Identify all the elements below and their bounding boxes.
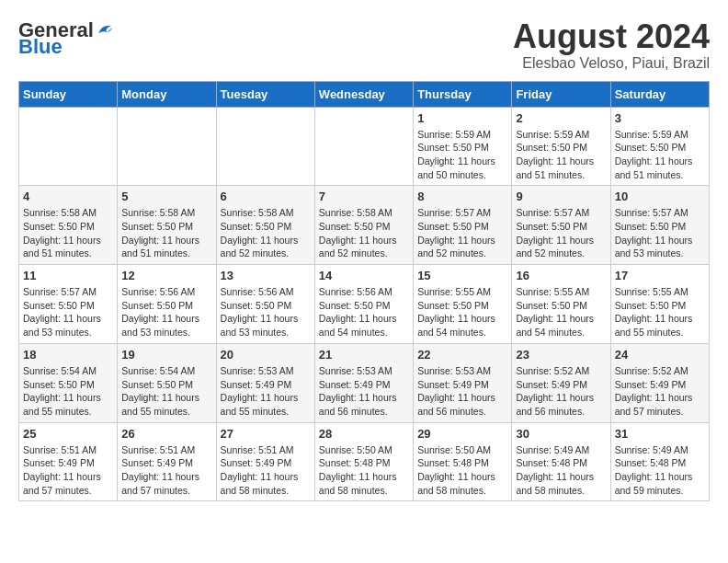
- day-info: Sunrise: 5:58 AMSunset: 5:50 PMDaylight:…: [221, 206, 311, 260]
- day-info: Sunrise: 5:55 AMSunset: 5:50 PMDaylight:…: [417, 285, 507, 339]
- day-number: 7: [319, 190, 409, 203]
- calendar-cell: [314, 107, 413, 186]
- day-number: 18: [23, 348, 113, 362]
- calendar-cell: 2Sunrise: 5:59 AMSunset: 5:50 PMDaylight…: [512, 107, 610, 186]
- calendar-week-row: 1Sunrise: 5:59 AMSunset: 5:50 PMDaylight…: [19, 107, 710, 186]
- calendar-cell: 30Sunrise: 5:49 AMSunset: 5:48 PMDayligh…: [512, 422, 610, 501]
- calendar-cell: 27Sunrise: 5:51 AMSunset: 5:49 PMDayligh…: [216, 422, 314, 501]
- day-info: Sunrise: 5:50 AMSunset: 5:48 PMDaylight:…: [417, 443, 507, 498]
- day-info: Sunrise: 5:58 AMSunset: 5:50 PMDaylight:…: [121, 206, 211, 260]
- title-block: August 2024 Elesbao Veloso, Piaui, Brazi…: [513, 18, 710, 72]
- day-number: 8: [417, 190, 507, 203]
- day-info: Sunrise: 5:51 AMSunset: 5:49 PMDaylight:…: [23, 443, 113, 498]
- calendar-cell: 1Sunrise: 5:59 AMSunset: 5:50 PMDaylight…: [414, 107, 512, 186]
- day-number: 2: [516, 111, 606, 125]
- logo-blue-text: Blue: [18, 35, 63, 59]
- day-number: 11: [23, 269, 113, 282]
- day-number: 1: [417, 111, 507, 125]
- calendar-header-wednesday: Wednesday: [314, 81, 413, 107]
- calendar-cell: 15Sunrise: 5:55 AMSunset: 5:50 PMDayligh…: [414, 265, 512, 344]
- day-info: Sunrise: 5:51 AMSunset: 5:49 PMDaylight:…: [121, 443, 211, 498]
- main-title: August 2024: [513, 18, 710, 55]
- day-info: Sunrise: 5:56 AMSunset: 5:50 PMDaylight:…: [319, 285, 409, 339]
- calendar-cell: 31Sunrise: 5:49 AMSunset: 5:48 PMDayligh…: [610, 422, 709, 501]
- day-info: Sunrise: 5:53 AMSunset: 5:49 PMDaylight:…: [221, 364, 311, 419]
- day-number: 29: [417, 427, 507, 441]
- day-number: 6: [221, 190, 311, 203]
- day-info: Sunrise: 5:51 AMSunset: 5:49 PMDaylight:…: [221, 443, 311, 498]
- calendar-cell: 4Sunrise: 5:58 AMSunset: 5:50 PMDaylight…: [19, 186, 118, 265]
- calendar-header-monday: Monday: [118, 81, 216, 107]
- calendar-header-friday: Friday: [512, 81, 610, 107]
- day-info: Sunrise: 5:55 AMSunset: 5:50 PMDaylight:…: [516, 285, 606, 339]
- day-number: 23: [516, 348, 606, 362]
- subtitle: Elesbao Veloso, Piaui, Brazil: [513, 55, 710, 72]
- calendar-cell: 22Sunrise: 5:53 AMSunset: 5:49 PMDayligh…: [414, 343, 512, 422]
- calendar-cell: [216, 107, 314, 186]
- day-number: 4: [23, 190, 113, 203]
- calendar-cell: 5Sunrise: 5:58 AMSunset: 5:50 PMDaylight…: [118, 186, 216, 265]
- calendar-cell: 19Sunrise: 5:54 AMSunset: 5:50 PMDayligh…: [118, 343, 216, 422]
- logo-bird-icon: [96, 21, 114, 40]
- calendar-cell: 14Sunrise: 5:56 AMSunset: 5:50 PMDayligh…: [314, 265, 413, 344]
- calendar-week-row: 18Sunrise: 5:54 AMSunset: 5:50 PMDayligh…: [19, 343, 710, 422]
- calendar-cell: 12Sunrise: 5:56 AMSunset: 5:50 PMDayligh…: [118, 265, 216, 344]
- calendar-cell: 16Sunrise: 5:55 AMSunset: 5:50 PMDayligh…: [512, 265, 610, 344]
- day-info: Sunrise: 5:58 AMSunset: 5:50 PMDaylight:…: [23, 206, 113, 260]
- calendar-cell: 29Sunrise: 5:50 AMSunset: 5:48 PMDayligh…: [414, 422, 512, 501]
- calendar-cell: 23Sunrise: 5:52 AMSunset: 5:49 PMDayligh…: [512, 343, 610, 422]
- calendar-cell: 9Sunrise: 5:57 AMSunset: 5:50 PMDaylight…: [512, 186, 610, 265]
- day-info: Sunrise: 5:59 AMSunset: 5:50 PMDaylight:…: [417, 128, 507, 182]
- day-info: Sunrise: 5:59 AMSunset: 5:50 PMDaylight:…: [615, 128, 705, 182]
- day-info: Sunrise: 5:56 AMSunset: 5:50 PMDaylight:…: [221, 285, 311, 339]
- calendar-cell: 3Sunrise: 5:59 AMSunset: 5:50 PMDaylight…: [610, 107, 709, 186]
- day-info: Sunrise: 5:49 AMSunset: 5:48 PMDaylight:…: [615, 443, 705, 498]
- day-number: 28: [319, 427, 409, 441]
- day-info: Sunrise: 5:50 AMSunset: 5:48 PMDaylight:…: [319, 443, 409, 498]
- day-number: 15: [417, 269, 507, 282]
- day-number: 9: [516, 190, 606, 203]
- day-number: 27: [221, 427, 311, 441]
- calendar-cell: 17Sunrise: 5:55 AMSunset: 5:50 PMDayligh…: [610, 265, 709, 344]
- calendar-cell: 7Sunrise: 5:58 AMSunset: 5:50 PMDaylight…: [314, 186, 413, 265]
- day-number: 20: [221, 348, 311, 362]
- day-number: 3: [615, 111, 705, 125]
- day-number: 26: [121, 427, 211, 441]
- day-info: Sunrise: 5:55 AMSunset: 5:50 PMDaylight:…: [615, 285, 705, 339]
- calendar-cell: 28Sunrise: 5:50 AMSunset: 5:48 PMDayligh…: [314, 422, 413, 501]
- day-info: Sunrise: 5:57 AMSunset: 5:50 PMDaylight:…: [516, 206, 606, 260]
- calendar-cell: [118, 107, 216, 186]
- calendar-week-row: 11Sunrise: 5:57 AMSunset: 5:50 PMDayligh…: [19, 265, 710, 344]
- calendar-cell: 24Sunrise: 5:52 AMSunset: 5:49 PMDayligh…: [610, 343, 709, 422]
- calendar-header-row: SundayMondayTuesdayWednesdayThursdayFrid…: [19, 81, 710, 107]
- day-info: Sunrise: 5:59 AMSunset: 5:50 PMDaylight:…: [516, 128, 606, 182]
- calendar-cell: 6Sunrise: 5:58 AMSunset: 5:50 PMDaylight…: [216, 186, 314, 265]
- day-number: 5: [121, 190, 211, 203]
- day-number: 21: [319, 348, 409, 362]
- calendar-header-sunday: Sunday: [19, 81, 118, 107]
- calendar-cell: [19, 107, 118, 186]
- calendar-cell: 8Sunrise: 5:57 AMSunset: 5:50 PMDaylight…: [414, 186, 512, 265]
- day-info: Sunrise: 5:57 AMSunset: 5:50 PMDaylight:…: [417, 206, 507, 260]
- day-number: 31: [615, 427, 705, 441]
- calendar-cell: 13Sunrise: 5:56 AMSunset: 5:50 PMDayligh…: [216, 265, 314, 344]
- day-number: 17: [615, 269, 705, 282]
- day-info: Sunrise: 5:56 AMSunset: 5:50 PMDaylight:…: [121, 285, 211, 339]
- calendar-cell: 21Sunrise: 5:53 AMSunset: 5:49 PMDayligh…: [314, 343, 413, 422]
- calendar-cell: 26Sunrise: 5:51 AMSunset: 5:49 PMDayligh…: [118, 422, 216, 501]
- day-info: Sunrise: 5:58 AMSunset: 5:50 PMDaylight:…: [319, 206, 409, 260]
- calendar-week-row: 4Sunrise: 5:58 AMSunset: 5:50 PMDaylight…: [19, 186, 710, 265]
- calendar-header-tuesday: Tuesday: [216, 81, 314, 107]
- calendar-cell: 18Sunrise: 5:54 AMSunset: 5:50 PMDayligh…: [19, 343, 118, 422]
- calendar-cell: 20Sunrise: 5:53 AMSunset: 5:49 PMDayligh…: [216, 343, 314, 422]
- logo: General Blue: [18, 18, 114, 59]
- day-info: Sunrise: 5:54 AMSunset: 5:50 PMDaylight:…: [121, 364, 211, 419]
- day-number: 22: [417, 348, 507, 362]
- day-number: 25: [23, 427, 113, 441]
- day-info: Sunrise: 5:53 AMSunset: 5:49 PMDaylight:…: [417, 364, 507, 419]
- calendar-table: SundayMondayTuesdayWednesdayThursdayFrid…: [18, 81, 710, 502]
- day-number: 13: [221, 269, 311, 282]
- day-number: 12: [121, 269, 211, 282]
- day-number: 30: [516, 427, 606, 441]
- day-number: 16: [516, 269, 606, 282]
